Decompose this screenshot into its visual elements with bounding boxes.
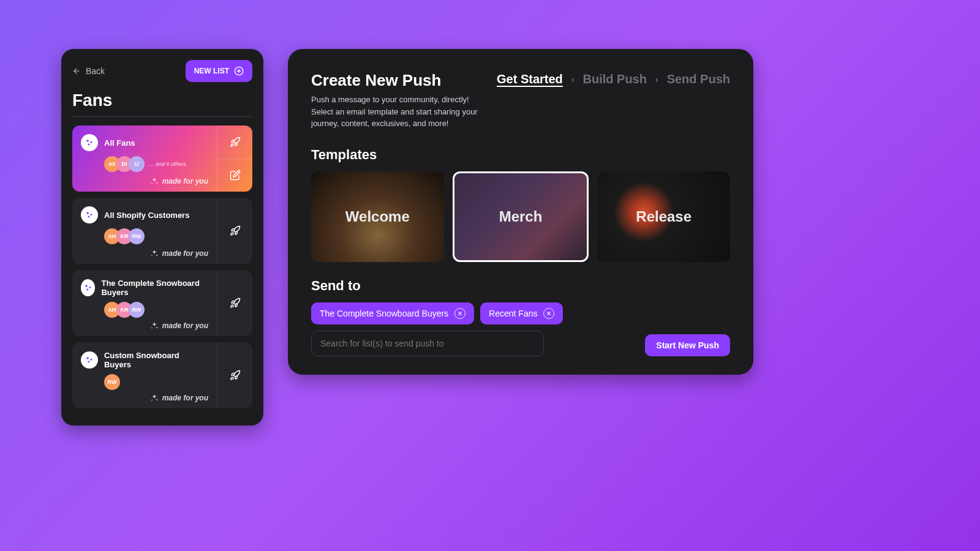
svg-point-13	[86, 357, 89, 359]
card-head: Custom Snowboard Buyers	[81, 351, 208, 369]
push-heading: Create New Push	[311, 71, 480, 90]
list-badge-icon	[81, 134, 98, 151]
card-rocket-button[interactable]	[217, 342, 252, 408]
chip-remove-button[interactable]	[543, 308, 554, 319]
list-badge-icon	[81, 351, 98, 369]
card-edit-button[interactable]	[217, 159, 252, 192]
breadcrumb-step[interactable]: Send Push	[667, 72, 730, 86]
avatar-overflow-text: ... and 6 others	[149, 161, 186, 167]
recipient-chip: The Complete Snowboard Buyers	[311, 302, 474, 324]
card-rocket-button[interactable]	[217, 270, 252, 336]
list-badge-icon	[81, 279, 95, 296]
chevron-right-icon: ›	[571, 75, 575, 84]
rocket-icon	[230, 298, 241, 309]
svg-point-9	[88, 216, 89, 217]
card-rocket-button[interactable]	[217, 126, 252, 159]
push-panel-header: Create New Push Push a message to your c…	[311, 71, 730, 130]
svg-point-14	[90, 359, 92, 361]
template-card-welcome[interactable]: Welcome	[311, 171, 444, 262]
plus-circle-icon	[234, 66, 244, 76]
avatar: IJ	[129, 156, 145, 172]
edit-icon	[230, 170, 241, 181]
recipient-search-input[interactable]	[311, 331, 544, 356]
card-actions	[217, 126, 252, 192]
svg-point-12	[86, 288, 88, 290]
card-actions	[217, 270, 252, 336]
fan-list-card[interactable]: All Shopify CustomersAHKRRWmade for you	[72, 198, 252, 264]
card-title: All Fans	[104, 138, 135, 148]
card-head: The Complete Snowboard Buyers	[81, 279, 208, 297]
template-card-release[interactable]: Release	[597, 171, 730, 262]
svg-point-4	[86, 140, 89, 142]
chip-label: The Complete Snowboard Buyers	[320, 309, 448, 318]
svg-point-5	[90, 141, 92, 143]
recipient-chips: The Complete Snowboard BuyersRecent Fans	[311, 302, 730, 324]
made-for-you-label: made for you	[150, 394, 208, 402]
chevron-right-icon: ›	[655, 75, 658, 84]
templates-heading: Templates	[311, 147, 730, 163]
chip-label: Recent Fans	[489, 309, 537, 318]
made-for-you-label: made for you	[150, 321, 208, 330]
breadcrumb-step[interactable]: Get Started	[497, 72, 563, 86]
svg-point-15	[88, 361, 89, 362]
new-list-label: NEW LIST	[194, 67, 229, 75]
back-button[interactable]: Back	[72, 66, 105, 76]
breadcrumb: Get Started›Build Push›Send Push	[497, 72, 730, 86]
start-push-button[interactable]: Start New Push	[645, 334, 730, 356]
rocket-icon	[230, 225, 241, 236]
new-list-button[interactable]: NEW LIST	[186, 60, 252, 82]
template-label: Merch	[499, 208, 543, 225]
chip-remove-button[interactable]	[454, 308, 466, 319]
template-label: Release	[636, 208, 692, 225]
card-title: The Complete Snowboard Buyers	[101, 279, 208, 297]
template-card-merch[interactable]: Merch	[453, 171, 589, 262]
card-head: All Shopify Customers	[81, 206, 208, 223]
avatar-row: RW	[104, 374, 208, 390]
avatar: RW	[104, 374, 120, 390]
sparkle-icon	[150, 177, 159, 186]
divider	[72, 116, 252, 117]
sparkle-icon	[150, 394, 159, 402]
svg-point-11	[89, 287, 91, 288]
made-for-you-label: made for you	[150, 177, 208, 186]
svg-point-6	[88, 143, 89, 145]
card-body: All Shopify CustomersAHKRRWmade for you	[72, 198, 217, 264]
avatar: RW	[129, 302, 145, 318]
push-heading-block: Create New Push Push a message to your c…	[311, 71, 480, 130]
made-for-you-label: made for you	[150, 249, 208, 258]
svg-point-8	[90, 214, 92, 216]
rocket-icon	[230, 137, 241, 148]
send-to-heading: Send to	[311, 278, 730, 294]
back-label: Back	[86, 66, 105, 76]
fan-list-card[interactable]: Custom Snowboard BuyersRWmade for you	[72, 342, 252, 408]
card-body: The Complete Snowboard BuyersAHKRRWmade …	[72, 270, 217, 336]
svg-point-7	[86, 212, 89, 214]
list-badge-icon	[81, 206, 98, 223]
fan-list-card[interactable]: The Complete Snowboard BuyersAHKRRWmade …	[72, 270, 252, 336]
recipient-chip: Recent Fans	[480, 302, 563, 324]
card-title: Custom Snowboard Buyers	[104, 351, 208, 369]
fan-list-card[interactable]: All FansAFDIIJ... and 6 othersmade for y…	[72, 126, 252, 192]
card-actions	[217, 342, 252, 408]
card-actions	[217, 198, 252, 264]
avatar: RW	[129, 228, 145, 244]
fans-panel-header: Back NEW LIST	[72, 60, 252, 82]
breadcrumb-step[interactable]: Build Push	[583, 72, 647, 86]
rocket-icon	[230, 370, 241, 381]
sparkle-icon	[150, 321, 159, 330]
fans-panel-title: Fans	[72, 91, 252, 110]
push-panel: Create New Push Push a message to your c…	[288, 49, 753, 375]
arrow-left-icon	[72, 67, 81, 75]
card-rocket-button[interactable]	[217, 198, 252, 264]
templates-row: WelcomeMerchRelease	[311, 171, 730, 262]
card-body: Custom Snowboard BuyersRWmade for you	[72, 342, 217, 408]
fans-panel: Back NEW LIST Fans All FansAFDIIJ... and…	[61, 49, 263, 425]
fans-list: All FansAFDIIJ... and 6 othersmade for y…	[72, 126, 252, 408]
svg-point-10	[85, 285, 88, 287]
card-head: All Fans	[81, 134, 208, 151]
template-label: Welcome	[345, 208, 410, 225]
card-title: All Shopify Customers	[104, 211, 189, 220]
card-body: All FansAFDIIJ... and 6 othersmade for y…	[72, 126, 217, 192]
avatar-row: AHKRRW	[104, 302, 208, 318]
sparkle-icon	[150, 249, 159, 258]
